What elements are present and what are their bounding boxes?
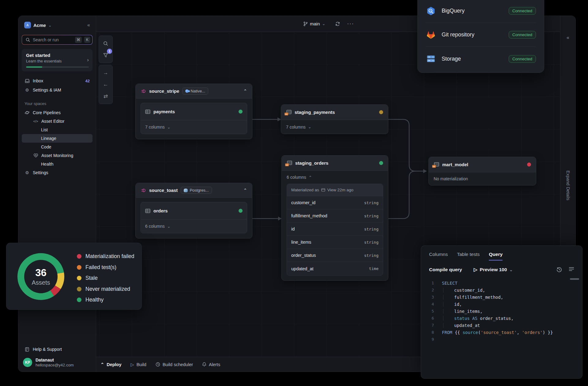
tab-columns[interactable]: Columns: [429, 246, 448, 263]
postgres-icon: [184, 189, 188, 192]
sidebar-item-lineage[interactable]: Lineage: [22, 134, 92, 143]
legend-item: Healthy: [77, 294, 134, 305]
user-name: Datanaut: [36, 358, 74, 362]
workspace-switcher[interactable]: A Acme ⌄ «: [22, 21, 92, 29]
deploy-button[interactable]: ⌃ Deploy: [100, 362, 122, 367]
columns-list: customer_id string fulfillment_method st…: [287, 196, 383, 275]
workspace-name: Acme: [33, 23, 46, 28]
status-dot: [379, 161, 383, 165]
column-row[interactable]: updated_at time: [287, 262, 383, 275]
format-lines-icon[interactable]: [569, 267, 574, 272]
legend-label: Never materialized: [85, 286, 130, 292]
sidebar-item-help-support[interactable]: Help & Support: [22, 345, 92, 354]
legend-dot: [77, 265, 81, 270]
rail-collapse-icon[interactable]: «: [560, 35, 575, 40]
connection-name: Storage: [442, 56, 461, 62]
status-badge: Connected: [509, 55, 536, 63]
tab-query[interactable]: Query: [489, 246, 503, 263]
alerts-button[interactable]: Alerts: [202, 362, 220, 367]
get-started-card[interactable]: Get started Learn the essentials ›: [22, 49, 92, 71]
column-type: string: [364, 200, 379, 205]
search-input[interactable]: Search or run ⌘ K: [22, 35, 92, 45]
refresh-icon[interactable]: [335, 21, 340, 26]
compile-query-button[interactable]: Compile query: [429, 267, 462, 272]
column-type: string: [364, 240, 379, 245]
preview-button[interactable]: ▷ Preview 100 ⌄: [474, 267, 513, 272]
branch-selector[interactable]: main: [310, 21, 320, 26]
legend-label: Healthy: [85, 297, 104, 303]
assets-donut-chart: 36 Assets: [17, 253, 64, 300]
spaces-section-label: Your spaces: [22, 101, 92, 106]
sidebar-item-label: Core Pipelines: [33, 110, 61, 115]
build-button[interactable]: ▷ Build: [131, 362, 146, 367]
node-staging-payments[interactable]: </> staging_payments 7 columns ⌄: [281, 104, 388, 134]
columns-toggle[interactable]: 7 columns ⌄: [141, 120, 247, 134]
legend-item: Stale: [77, 273, 134, 284]
query-panel: Columns Table tests Query Compile query …: [421, 245, 582, 379]
sidebar-item-label: Lineage: [41, 136, 56, 141]
sidebar: A Acme ⌄ « Search or run ⌘ K Get started…: [18, 16, 96, 372]
column-row[interactable]: customer_id string: [287, 196, 383, 209]
sidebar-item-label: Settings: [33, 170, 48, 175]
more-options-icon[interactable]: ···: [347, 21, 354, 27]
column-name: order_status: [291, 253, 316, 258]
sidebar-item-list[interactable]: List: [22, 126, 92, 134]
tab-table-tests[interactable]: Table tests: [457, 246, 480, 263]
downstream-arrow-button[interactable]: →: [100, 67, 111, 79]
upstream-arrow-button[interactable]: ←: [100, 79, 111, 90]
node-source-toast[interactable]: source_toast Postgres... ⌃: [135, 183, 252, 238]
sidebar-item-health[interactable]: Health: [22, 160, 92, 168]
collapse-node-icon[interactable]: ⌃: [243, 188, 247, 193]
connection-row-storage[interactable]: Storage Connected: [426, 47, 536, 71]
node-title: staging_payments: [295, 110, 335, 115]
columns-toggle[interactable]: 7 columns ⌄: [281, 120, 388, 134]
sidebar-item-label: Asset Editor: [41, 119, 64, 124]
column-row[interactable]: fulfillment_method string: [287, 209, 383, 223]
collapse-node-icon[interactable]: ⌃: [243, 88, 247, 94]
sql-model-badge-icon: </>: [432, 165, 436, 168]
status-dot: [379, 110, 383, 114]
chevron-up-icon: ⌃: [100, 362, 104, 367]
canvas-search-button[interactable]: [100, 38, 111, 49]
connection-row-bigquery[interactable]: BigQuery Connected: [426, 0, 536, 23]
node-mart-model[interactable]: </> mart_model No materialization: [428, 157, 536, 186]
sidebar-item-label: Help & Support: [33, 347, 62, 352]
sidebar-collapse-icon[interactable]: «: [87, 22, 90, 28]
connection-row-git[interactable]: Git repository Connected: [426, 23, 536, 47]
column-row[interactable]: line_items string: [287, 236, 383, 249]
connector-badge-postgres: Postgres...: [181, 187, 212, 194]
model-icon: </>: [286, 110, 292, 114]
book-icon: [24, 347, 30, 352]
sidebar-item-settings[interactable]: ⚙ Settings: [22, 168, 92, 177]
canvas-filter-button[interactable]: 1: [100, 49, 111, 61]
node-source-stripe[interactable]: source_stripe Native... ⌃: [135, 84, 252, 139]
git-branch-icon: [303, 21, 308, 26]
scrollbar-thumb[interactable]: [570, 278, 579, 280]
sidebar-item-core-pipelines[interactable]: Core Pipelines: [22, 108, 92, 117]
column-row[interactable]: order_status string: [287, 249, 383, 262]
legend-item: Failed test(s): [77, 262, 134, 273]
sidebar-item-asset-editor[interactable]: </> Asset Editor: [22, 117, 92, 126]
columns-toggle[interactable]: 6 columns ⌄: [141, 219, 247, 233]
swap-arrows-button[interactable]: ⇄: [100, 90, 111, 102]
sidebar-item-code[interactable]: Code: [22, 143, 92, 151]
table-name: payments: [153, 109, 175, 114]
columns-toggle[interactable]: 6 columns ⌃: [282, 171, 388, 184]
sidebar-item-asset-monitoring[interactable]: Asset Monitoring: [22, 151, 92, 160]
bell-icon: [202, 362, 206, 367]
build-scheduler-button[interactable]: Build scheduler: [156, 362, 193, 367]
sql-editor[interactable]: 1SELECT2customer_id,3fulfillment_method,…: [421, 279, 582, 343]
column-name: line_items: [291, 240, 311, 245]
expand-details-button[interactable]: Expand Details: [566, 171, 571, 200]
status-dot: [239, 110, 243, 114]
sidebar-item-inbox[interactable]: Inbox 42: [22, 76, 92, 85]
shortcut-cmd-key: ⌘: [75, 37, 82, 43]
user-menu[interactable]: KP Datanaut hellospace@y42.com: [22, 358, 92, 367]
node-staging-orders[interactable]: </> staging_orders 6 columns ⌃ Materiali…: [281, 155, 388, 281]
column-row[interactable]: id string: [287, 223, 383, 236]
history-icon[interactable]: [556, 267, 562, 272]
sidebar-item-settings-iam[interactable]: ⚙ Settings & IAM: [22, 85, 92, 95]
assets-legend: Materialization failed Failed test(s) St…: [77, 251, 134, 305]
table-entry-orders[interactable]: orders: [141, 202, 247, 219]
table-entry-payments[interactable]: payments: [141, 103, 247, 120]
